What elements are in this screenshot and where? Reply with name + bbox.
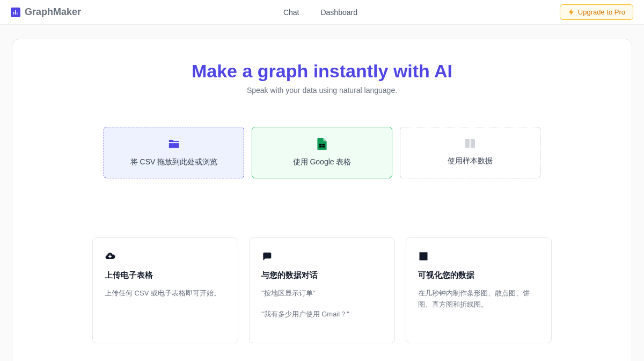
lightning-icon [568,9,575,16]
main-card: Make a graph instantly with AI Speak wit… [12,39,632,361]
hero-title: Make a graph instantly with AI [45,61,599,82]
svg-rect-2 [471,139,475,148]
brand[interactable]: GraphMaker [11,6,81,18]
feature-upload-title: 上传电子表格 [105,270,226,280]
option-sample-data[interactable]: 使用样本数据 [400,127,540,178]
feature-talk-q1: "按地区显示订单" [261,288,383,299]
option-gsheets-label: 使用 Google 表格 [293,157,352,167]
option-csv-dropzone[interactable]: 将 CSV 拖放到此处或浏览 [104,127,244,178]
feature-talk: 与您的数据对话 "按地区显示订单" "我有多少用户使用 Gmail？" [249,237,395,343]
features-row: 上传电子表格 上传任何 CSV 或电子表格即可开始。 与您的数据对话 "按地区显… [45,237,599,343]
cloud-upload-icon [105,251,115,262]
chart-trend-icon [418,251,429,262]
feature-viz-desc: 在几秒钟内制作条形图、散点图、饼图、直方图和折线图。 [418,288,539,311]
svg-rect-1 [465,139,470,148]
option-csv-label: 将 CSV 拖放到此处或浏览 [130,157,218,167]
feature-upload: 上传电子表格 上传任何 CSV 或电子表格即可开始。 [92,237,238,343]
upgrade-button[interactable]: Upgrade to Pro [560,4,633,20]
feature-talk-q2: "我有多少用户使用 Gmail？" [261,309,383,320]
feature-visualize: 可视化您的数据 在几秒钟内制作条形图、散点图、饼图、直方图和折线图。 [406,237,552,343]
data-source-options: 将 CSV 拖放到此处或浏览 使用 Google 表格 使用样本数据 [45,127,599,178]
nav-chat[interactable]: Chat [283,8,299,17]
upgrade-label: Upgrade to Pro [578,8,625,16]
logo-icon [11,8,20,17]
feature-talk-title: 与您的数据对话 [261,270,383,280]
nav-dashboard[interactable]: Dashboard [320,8,357,17]
chat-icon [261,251,272,262]
feature-upload-desc: 上传任何 CSV 或电子表格即可开始。 [105,288,226,299]
brand-text: GraphMaker [25,6,81,18]
topbar: GraphMaker Chat Dashboard Upgrade to Pro [0,0,644,25]
columns-icon [464,138,477,149]
feature-viz-title: 可视化您的数据 [418,270,539,280]
sheets-icon [317,138,327,150]
folder-icon [168,138,180,150]
option-google-sheets[interactable]: 使用 Google 表格 [252,127,392,178]
feature-talk-desc: "按地区显示订单" "我有多少用户使用 Gmail？" [261,288,383,320]
hero-subtitle: Speak with your data using natural langu… [45,86,599,95]
top-nav: Chat Dashboard [283,8,357,17]
option-sample-label: 使用样本数据 [448,156,493,166]
